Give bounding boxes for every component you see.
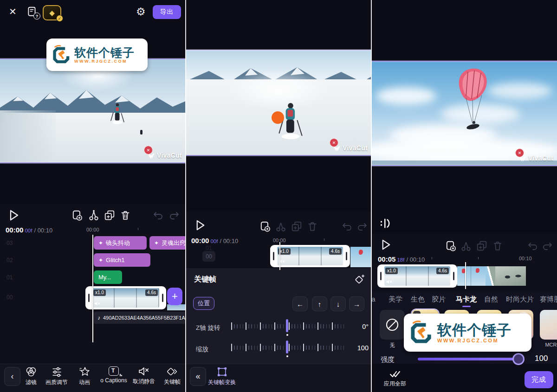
toolbar-item-keyframe-transform[interactable]: 关键帧变换 <box>207 366 237 386</box>
remove-watermark-icon[interactable]: ✕ <box>144 146 153 154</box>
trim-handle-left[interactable] <box>380 272 382 280</box>
redo-icon[interactable] <box>357 222 367 231</box>
remove-watermark-icon[interactable]: ✕ <box>515 148 524 157</box>
nudge-right-button[interactable]: → <box>349 296 364 311</box>
undo-icon[interactable] <box>342 222 352 231</box>
add-media-button[interactable]: + <box>167 288 182 305</box>
trim-handle-right[interactable] <box>162 294 163 302</box>
fx-clip[interactable]: ✦Glitch1 <box>94 253 150 267</box>
play-button[interactable] <box>7 209 20 222</box>
duplicate-icon[interactable] <box>291 221 302 232</box>
slider-indicator[interactable] <box>286 319 288 332</box>
category-tab[interactable]: 美学 <box>389 295 402 304</box>
close-icon[interactable]: ✕ <box>9 6 17 17</box>
add-clip-icon[interactable] <box>71 210 83 221</box>
remove-watermark-icon[interactable]: ✕ <box>330 138 338 147</box>
strength-slider-track[interactable] <box>418 358 520 360</box>
trim-handle-right[interactable] <box>453 272 454 280</box>
time-display: 00:0000f/ 00:10 <box>191 237 238 245</box>
filter-tile[interactable] <box>540 310 557 340</box>
filter-tile-none[interactable] <box>380 310 405 340</box>
vivacut-watermark: ✕ VivaCut <box>518 154 553 162</box>
undo-icon[interactable] <box>153 211 163 220</box>
nudge-left-button[interactable]: ← <box>292 296 308 311</box>
vip-badge-icon[interactable]: ◆ ✓ <box>43 5 61 20</box>
category-tab[interactable]: ira <box>371 295 376 303</box>
scale-slider[interactable] <box>231 341 346 353</box>
redo-icon[interactable] <box>169 211 179 220</box>
clip-thumbnail[interactable] <box>457 266 486 286</box>
clip-thumbnail[interactable] <box>495 266 526 286</box>
playhead[interactable] <box>465 262 466 289</box>
trim-handle-right[interactable] <box>346 252 347 260</box>
playhead[interactable] <box>92 235 93 342</box>
selected-video-clip[interactable]: x1.0 4.6s <box>85 286 166 309</box>
apply-all-button[interactable]: 应用全部 <box>379 370 411 388</box>
audio-clip[interactable]: ♪ 490AD2633AE4A356A55F5B23F1AE1F <box>94 312 186 324</box>
text-clip[interactable]: My... <box>94 270 122 284</box>
toolbar-item-keyframe[interactable]: 关键帧 <box>157 366 186 386</box>
video-preview[interactable]: ✕ VivaCut <box>0 59 186 162</box>
toolbar-item-animation[interactable]: 动画 <box>70 366 99 386</box>
add-clip-icon[interactable] <box>259 221 271 232</box>
track-label-badge: 00 <box>202 251 215 262</box>
preview-border <box>0 162 186 163</box>
category-tab[interactable]: 自然 <box>484 295 498 304</box>
delete-trash-icon[interactable] <box>492 240 503 251</box>
video-preview[interactable]: ✕ VivaCut <box>371 62 557 165</box>
split-scissors-icon[interactable] <box>275 221 286 232</box>
trim-handle-left[interactable] <box>88 294 90 302</box>
fx-clip[interactable]: ✦镜头抖动 <box>94 236 147 250</box>
toolbar-item-captions[interactable]: T o Captions <box>99 366 129 384</box>
transform-box-icon <box>217 366 227 377</box>
position-anchor-dot[interactable] <box>272 111 284 124</box>
rotation-slider[interactable] <box>231 320 346 332</box>
category-tab[interactable]: 胶片 <box>432 295 446 304</box>
selected-video-clip[interactable]: x1.0 4.6s <box>270 245 350 267</box>
vivacut-watermark: ✕ VivaCut <box>147 152 182 159</box>
selected-video-clip[interactable]: x1.0 4.6s <box>377 264 457 288</box>
video-preview[interactable]: ✕ VivaCut <box>186 51 371 155</box>
position-chip[interactable]: 位置 <box>193 297 214 310</box>
draft-help-icon[interactable]: ? <box>26 6 39 18</box>
compare-icon[interactable] <box>380 217 391 230</box>
keyframe-diamonds-icon <box>167 366 178 377</box>
nudge-down-button[interactable]: ↓ <box>330 296 346 311</box>
category-tab[interactable]: 生色 <box>411 295 425 304</box>
add-clip-icon[interactable] <box>445 240 456 251</box>
delete-trash-icon[interactable] <box>307 221 318 232</box>
play-button[interactable] <box>380 238 392 251</box>
redo-icon[interactable] <box>542 241 552 251</box>
nudge-up-button[interactable]: ↑ <box>312 296 327 311</box>
fx-sparkle-icon: ✦ <box>154 240 159 246</box>
add-keyframe-icon[interactable] <box>354 273 366 285</box>
duration-badge: 4.6s <box>145 289 158 296</box>
toolbar-item-adjust[interactable]: 画质调节 <box>42 366 71 386</box>
playhead[interactable] <box>279 242 280 270</box>
duplicate-icon[interactable] <box>476 240 487 251</box>
watermark-logo-icon <box>408 321 433 345</box>
duplicate-icon[interactable] <box>104 210 115 221</box>
category-tab-selected[interactable]: 马卡龙 <box>456 295 477 304</box>
keyframe-panel: 关键帧 位置 ← ↑ ↓ → Z轴 旋转 0° 缩放 100 <box>186 268 371 364</box>
next-clip-thumbnail[interactable] <box>350 247 371 267</box>
split-scissors-icon[interactable] <box>88 210 99 221</box>
export-button[interactable]: 导出 <box>153 5 181 19</box>
category-tab[interactable]: 赛博朋 <box>540 295 557 304</box>
split-scissors-icon[interactable] <box>460 240 472 251</box>
slider-indicator[interactable] <box>286 341 288 353</box>
toolbar-item-unmute[interactable]: 取消静音 <box>129 366 159 386</box>
done-button[interactable]: 完成 <box>525 371 553 388</box>
clip-thumbnails: x1.0 4.6s <box>384 266 450 286</box>
trim-handle-left[interactable] <box>273 252 274 260</box>
fx-clip[interactable]: ✦灵魂出窍 <box>149 236 186 250</box>
strength-slider-handle[interactable] <box>512 353 525 365</box>
muted-speaker-icon <box>94 301 100 306</box>
adjust-sliders-icon <box>52 366 62 377</box>
category-tab[interactable]: 时尚大片 <box>506 295 534 304</box>
delete-trash-icon[interactable] <box>120 210 131 221</box>
undo-icon[interactable] <box>528 241 538 251</box>
settings-gear-icon[interactable]: ⚙ <box>136 6 146 18</box>
collapse-button[interactable]: « <box>190 367 206 386</box>
play-button[interactable] <box>194 219 207 231</box>
